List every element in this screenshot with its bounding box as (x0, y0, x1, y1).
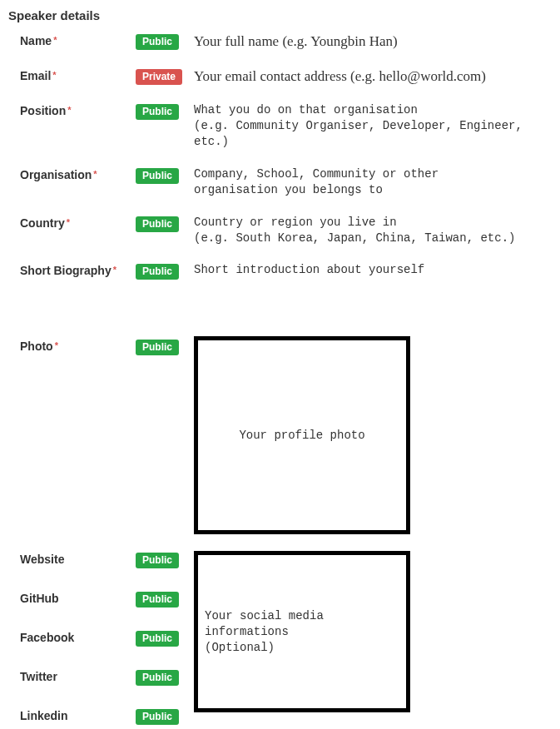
label-twitter: Twitter (20, 670, 57, 683)
badge-public: Public (136, 104, 179, 120)
label-linkedin: Linkedin (20, 709, 68, 722)
label-position: Position (20, 104, 66, 117)
row-name: Name* Public Your full name (e.g. Youngb… (7, 32, 553, 67)
section-title: Speaker details (8, 8, 553, 22)
desc-bio: Short introduction about yourself (194, 262, 553, 278)
label-website: Website (20, 553, 64, 566)
desc-name: Your full name (e.g. Youngbin Han) (194, 32, 553, 51)
required-asterisk: * (93, 169, 97, 179)
required-asterisk: * (52, 70, 56, 80)
desc-social: Your social media informations (Optional… (205, 608, 406, 656)
label-organisation: Organisation (20, 168, 92, 181)
badge-public: Public (136, 168, 179, 184)
row-bio: Short Biography* Public Short introducti… (7, 262, 553, 296)
badge-public: Public (136, 340, 179, 355)
speaker-form: Name* Public Your full name (e.g. Youngb… (7, 32, 553, 729)
label-photo: Photo (20, 340, 53, 353)
row-website: Website Public Your social media informa… (7, 551, 553, 590)
badge-public: Public (136, 216, 179, 232)
desc-organisation: Company, School, Community or other orga… (194, 166, 553, 198)
badge-private: Private (136, 69, 182, 85)
row-email: Email* Private Your email contact addres… (7, 67, 553, 102)
row-country: Country* Public Country or region you li… (7, 215, 553, 263)
row-photo: Photo* Public Your profile photo (7, 338, 553, 551)
label-country: Country (20, 216, 65, 230)
badge-public: Public (136, 34, 179, 50)
label-email: Email (20, 69, 51, 82)
label-bio: Short Biography (20, 264, 112, 277)
row-organisation: Organisation* Public Company, School, Co… (7, 166, 553, 215)
label-name: Name (20, 34, 52, 47)
required-asterisk: * (67, 105, 71, 115)
desc-photo: Your profile photo (239, 429, 364, 442)
badge-public: Public (136, 670, 179, 686)
label-facebook: Facebook (20, 631, 74, 644)
badge-public: Public (136, 631, 179, 647)
required-asterisk: * (113, 265, 116, 275)
badge-public: Public (136, 592, 179, 608)
desc-email: Your email contact address (e.g. hello@w… (194, 67, 553, 86)
social-placeholder-box: Your social media informations (Optional… (194, 551, 410, 712)
required-asterisk: * (67, 217, 70, 227)
spacer (7, 296, 553, 338)
badge-public: Public (136, 264, 179, 280)
label-github: GitHub (20, 592, 59, 605)
required-asterisk: * (55, 340, 58, 350)
photo-placeholder-box: Your profile photo (194, 336, 410, 534)
badge-public: Public (136, 709, 179, 725)
badge-public: Public (136, 553, 179, 568)
required-asterisk: * (53, 35, 57, 45)
row-position: Position* Public What you do on that org… (7, 102, 553, 166)
desc-country: Country or region you live in (e.g. Sout… (194, 215, 553, 246)
desc-position: What you do on that organisation (e.g. C… (194, 102, 553, 150)
